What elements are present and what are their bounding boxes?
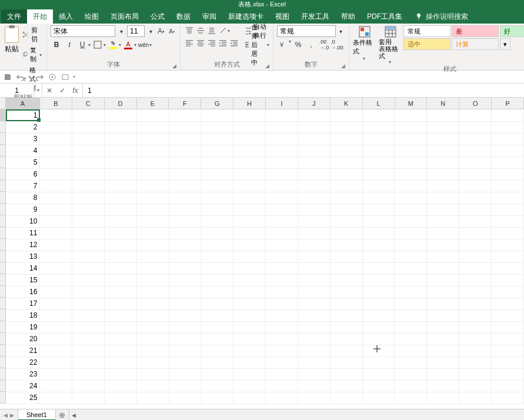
cell-D20[interactable] (105, 333, 137, 345)
font-size-input[interactable] (127, 25, 145, 37)
cell-P11[interactable] (491, 227, 523, 239)
formula-input[interactable] (83, 84, 524, 97)
cell-I24[interactable] (266, 380, 298, 392)
cell-N4[interactable] (427, 145, 459, 156)
row-header-11[interactable] (0, 227, 6, 239)
cell-B19[interactable] (40, 321, 72, 333)
cell-E11[interactable] (136, 227, 169, 239)
cell-H9[interactable] (233, 204, 266, 215)
cell-P2[interactable] (491, 121, 523, 133)
row-header-6[interactable] (0, 168, 6, 180)
col-header-N[interactable]: N (427, 98, 459, 109)
cell-P12[interactable] (491, 239, 523, 251)
cell-A18[interactable]: 18 (6, 309, 40, 321)
cell-N19[interactable] (427, 321, 459, 333)
cell-H17[interactable] (233, 298, 266, 309)
cell-H23[interactable] (233, 368, 266, 380)
cell-H22[interactable] (233, 356, 266, 368)
cell-O1[interactable] (459, 109, 492, 121)
cell-P10[interactable] (491, 215, 523, 227)
row-header-18[interactable] (0, 309, 6, 321)
cell-B9[interactable] (40, 204, 72, 215)
cell-K14[interactable] (330, 262, 362, 274)
cell-N21[interactable] (427, 345, 459, 356)
cell-I10[interactable] (266, 215, 298, 227)
cell-P1[interactable] (491, 109, 523, 121)
tab-layout[interactable]: 页面布局 (105, 9, 145, 24)
cell-J24[interactable] (298, 380, 331, 392)
cell-J1[interactable] (298, 109, 331, 121)
cell-C20[interactable] (72, 333, 105, 345)
cell-P25[interactable] (491, 392, 523, 404)
cell-L25[interactable] (362, 392, 395, 404)
font-name-dropdown[interactable]: ▾ (116, 25, 126, 37)
cell-J20[interactable] (298, 333, 331, 345)
cell-A16[interactable]: 16 (6, 286, 40, 298)
cell-E4[interactable] (136, 145, 169, 156)
cell-F23[interactable] (169, 368, 201, 380)
cell-B2[interactable] (40, 121, 72, 133)
cell-N23[interactable] (427, 368, 459, 380)
cell-B7[interactable] (40, 180, 72, 192)
cell-A1[interactable]: 1 (6, 109, 40, 121)
cell-E18[interactable] (136, 309, 169, 321)
cell-E12[interactable] (136, 239, 169, 251)
cell-C15[interactable] (72, 274, 105, 286)
cell-P3[interactable] (491, 133, 523, 145)
cell-L3[interactable] (362, 133, 395, 145)
cell-C19[interactable] (72, 321, 105, 333)
cell-F15[interactable] (169, 274, 201, 286)
cell-B18[interactable] (40, 309, 72, 321)
row-header-10[interactable] (0, 215, 6, 227)
cell-M21[interactable] (395, 345, 427, 356)
cell-A7[interactable]: 7 (6, 180, 40, 192)
cell-O7[interactable] (459, 180, 492, 192)
style-more[interactable]: ▾ (500, 38, 510, 50)
alignment-expand[interactable]: ◢ (265, 63, 269, 69)
cell-L4[interactable] (362, 145, 395, 156)
row-header-17[interactable] (0, 298, 6, 309)
cell-M6[interactable] (395, 168, 427, 180)
cell-A19[interactable]: 19 (6, 321, 40, 333)
cell-N12[interactable] (427, 239, 459, 251)
cell-F8[interactable] (169, 192, 201, 204)
cell-M3[interactable] (395, 133, 427, 145)
cell-I4[interactable] (266, 145, 298, 156)
cell-I3[interactable] (266, 133, 298, 145)
cell-A25[interactable]: 25 (6, 392, 40, 404)
cell-E24[interactable] (136, 380, 169, 392)
cell-L9[interactable] (362, 204, 395, 215)
cell-D8[interactable] (105, 192, 137, 204)
orientation-button[interactable] (218, 25, 228, 36)
cell-O9[interactable] (459, 204, 492, 215)
cell-F14[interactable] (169, 262, 201, 274)
cell-I15[interactable] (266, 274, 298, 286)
font-name-input[interactable] (51, 25, 115, 37)
cell-C13[interactable] (72, 251, 105, 262)
sheet-nav-next[interactable]: ▶ (10, 412, 14, 418)
format-as-table-button[interactable]: 套用 表格格式 ▾ (379, 25, 402, 65)
font-size-dropdown[interactable]: ▾ (146, 25, 155, 37)
cell-H21[interactable] (233, 345, 266, 356)
cell-A10[interactable]: 10 (6, 215, 40, 227)
cell-A14[interactable]: 14 (6, 262, 40, 274)
cell-L8[interactable] (362, 192, 395, 204)
cell-E7[interactable] (136, 180, 169, 192)
cell-N9[interactable] (427, 204, 459, 215)
tab-insert[interactable]: 插入 (53, 9, 79, 24)
cell-D14[interactable] (105, 262, 137, 274)
cell-D2[interactable] (105, 121, 137, 133)
cell-F18[interactable] (169, 309, 201, 321)
cell-D13[interactable] (105, 251, 137, 262)
cell-I17[interactable] (266, 298, 298, 309)
cell-H4[interactable] (233, 145, 266, 156)
cell-M16[interactable] (395, 286, 427, 298)
cell-O12[interactable] (459, 239, 492, 251)
align-top-button[interactable] (184, 25, 195, 36)
cell-J9[interactable] (298, 204, 331, 215)
cell-P14[interactable] (491, 262, 523, 274)
cell-G9[interactable] (201, 204, 233, 215)
cell-D25[interactable] (105, 392, 137, 404)
cell-G5[interactable] (201, 156, 233, 168)
cell-H12[interactable] (233, 239, 266, 251)
